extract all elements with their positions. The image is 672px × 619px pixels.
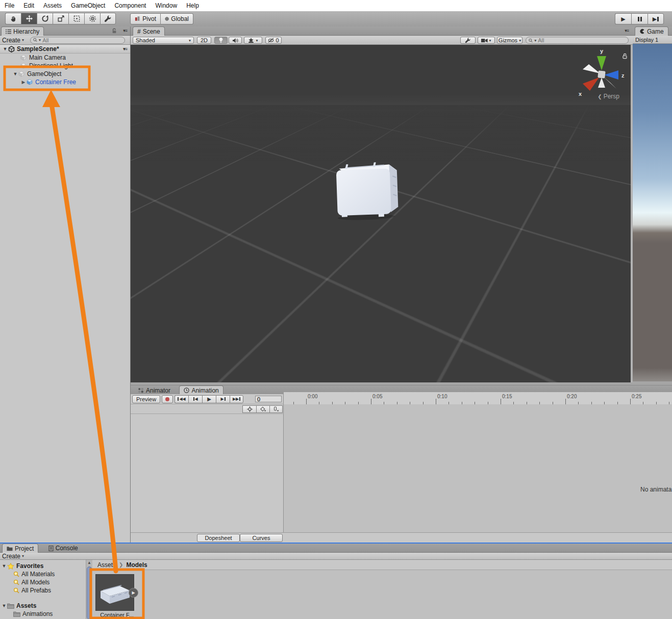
hierarchy-search-input[interactable]: [42, 37, 122, 43]
hierarchy-search-field[interactable]: ▾: [30, 37, 125, 44]
draw-mode-dropdown[interactable]: Shaded ▾: [133, 37, 194, 44]
scene-viewport[interactable]: y z x ❮ Persp: [131, 45, 633, 382]
animation-bottom-bar: Dopesheet Curves: [131, 532, 672, 543]
scene-camera-button[interactable]: ▾: [478, 37, 495, 44]
scrollbar-thumb[interactable]: [87, 566, 92, 619]
expand-arrow-icon[interactable]: ▼: [1, 603, 7, 608]
hidden-objects-button[interactable]: 0: [265, 37, 282, 44]
breadcrumb-root[interactable]: Assets: [97, 561, 116, 569]
hierarchy-row-main-camera[interactable]: Main Camera: [0, 54, 130, 62]
record-button[interactable]: [162, 395, 173, 403]
breadcrumb-current[interactable]: Models: [126, 561, 147, 569]
2d-label: 2D: [201, 37, 208, 43]
scene-search-field[interactable]: ▾: [526, 37, 629, 44]
tab-hierarchy[interactable]: Hierarchy: [1, 27, 44, 36]
folder-animations[interactable]: Animations: [0, 610, 86, 618]
project-tree-scrollbar[interactable]: ▲: [86, 560, 92, 619]
global-toggle-button[interactable]: Global: [161, 13, 193, 24]
menu-assets[interactable]: Assets: [39, 0, 66, 11]
pause-button[interactable]: [631, 13, 648, 24]
expand-arrow-icon[interactable]: ▼: [12, 71, 18, 76]
lighting-toggle-button[interactable]: [214, 37, 228, 44]
tab-scene[interactable]: # Scene: [133, 27, 165, 36]
tab-animation[interactable]: Animation: [179, 385, 223, 395]
expand-arrow-icon[interactable]: ▼: [1, 563, 7, 569]
panel-menu-icon[interactable]: ▾≡: [123, 28, 127, 33]
favorite-all-materials[interactable]: All Materials: [0, 570, 86, 578]
pivot-toggle-button[interactable]: Pivot: [130, 13, 161, 24]
favorites-header[interactable]: ▼ Favorites: [0, 562, 86, 570]
lock-icon[interactable]: [112, 28, 117, 35]
preview-button[interactable]: Preview: [132, 395, 160, 403]
asset-expand-badge[interactable]: ▶: [129, 588, 138, 598]
previous-frame-button[interactable]: ◀: [188, 395, 202, 403]
tab-game[interactable]: Game: [635, 27, 668, 36]
add-keyframe-position-button[interactable]: [242, 405, 256, 413]
scale-tool-button[interactable]: [53, 13, 68, 24]
menu-component[interactable]: Component: [110, 0, 151, 11]
animation-timeline-area[interactable]: No animata: [284, 404, 672, 532]
collapsed-arrow-icon[interactable]: ▶: [20, 80, 27, 85]
game-viewport[interactable]: [633, 44, 672, 381]
step-button[interactable]: ▶: [648, 13, 664, 24]
2d-toggle-button[interactable]: 2D: [197, 37, 211, 44]
hand-tool-button[interactable]: [5, 13, 21, 24]
move-tool-button[interactable]: [21, 13, 37, 24]
tab-console[interactable]: Console: [44, 544, 82, 553]
anim-play-button[interactable]: ▶: [202, 395, 216, 403]
tab-animator[interactable]: Animator: [134, 386, 175, 395]
expand-arrow-icon[interactable]: ▼: [2, 46, 8, 51]
add-event-button[interactable]: [269, 405, 283, 413]
curves-button[interactable]: Curves: [240, 534, 283, 542]
x-axis-cone[interactable]: [583, 78, 599, 91]
scene-header-row[interactable]: ▼ SampleScene* ▾≡: [0, 45, 130, 54]
menu-gameobject[interactable]: GameObject: [66, 0, 110, 11]
project-create-button[interactable]: Create ▾: [2, 553, 24, 560]
go-to-end-button[interactable]: ▶▶: [230, 395, 243, 403]
hierarchy-create-button[interactable]: Create ▾: [2, 37, 24, 44]
assets-header[interactable]: ▼ Assets: [0, 602, 86, 610]
gizmos-dropdown-button[interactable]: Gizmos ▾: [497, 37, 522, 44]
rect-tool-button[interactable]: [68, 13, 84, 24]
game-tabstrip: Game: [633, 27, 672, 36]
dopesheet-button[interactable]: Dopesheet: [197, 534, 240, 542]
hierarchy-row-directional-light[interactable]: Directional Light: [0, 62, 130, 70]
perspective-toggle[interactable]: ❮ Persp: [598, 93, 619, 100]
asset-label[interactable]: Container F...: [92, 612, 141, 618]
scene-menu-icon[interactable]: ▾≡: [123, 46, 127, 51]
play-button[interactable]: ▶: [615, 13, 631, 24]
scroll-up-arrow-icon[interactable]: ▲: [87, 560, 91, 565]
favorite-all-prefabs[interactable]: All Prefabs: [0, 586, 86, 595]
go-to-start-button[interactable]: ◀◀: [175, 395, 188, 403]
menu-file[interactable]: File: [0, 0, 19, 11]
row-label: Animations: [22, 610, 53, 617]
next-frame-button[interactable]: ▶: [216, 395, 230, 403]
frame-number-field[interactable]: [255, 396, 282, 402]
transform-tool-button[interactable]: [84, 13, 100, 24]
scene-tools-button[interactable]: [460, 37, 476, 44]
hierarchy-row-container-free[interactable]: ▶ Container Free: [0, 78, 130, 86]
tab-project[interactable]: Project: [2, 544, 38, 553]
hierarchy-row-gameobject[interactable]: ▼ GameObject: [0, 70, 130, 78]
custom-tool-button[interactable]: [100, 13, 116, 24]
animation-ruler[interactable]: 0:00 0:05 0:10 0:15 0:20 0:25: [284, 392, 672, 405]
y-axis-cone[interactable]: [597, 56, 606, 70]
menu-window[interactable]: Window: [151, 0, 182, 11]
display-selector[interactable]: Display 1: [635, 37, 658, 43]
menu-edit[interactable]: Edit: [19, 0, 39, 11]
gizmo-cube[interactable]: [598, 70, 605, 78]
effects-dropdown-button[interactable]: ▾: [244, 37, 262, 44]
z-axis-cone[interactable]: [604, 70, 618, 80]
hierarchy-panel: Hierarchy ▾≡ Create ▾ ▾ ▼ SampleScene* ▾…: [0, 27, 131, 543]
audio-toggle-button[interactable]: [229, 37, 242, 44]
menu-help[interactable]: Help: [182, 0, 204, 11]
container-model[interactable]: [328, 156, 406, 221]
gizmo-lock-icon[interactable]: [622, 53, 628, 59]
asset-thumbnail-container-free[interactable]: ▶: [95, 574, 134, 611]
scene-search-input[interactable]: [538, 37, 626, 43]
rotate-tool-button[interactable]: [37, 13, 53, 24]
favorite-all-models[interactable]: All Models: [0, 578, 86, 586]
panel-menu-icon[interactable]: ▾≡: [625, 28, 629, 33]
add-keyframe-button[interactable]: [256, 405, 269, 413]
asset-grid[interactable]: ▶ Container F...: [92, 570, 672, 619]
